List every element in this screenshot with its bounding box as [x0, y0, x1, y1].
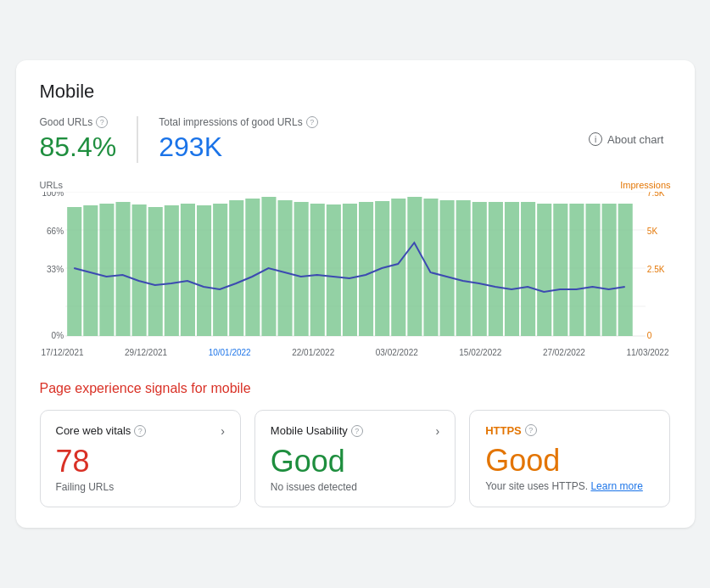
- good-urls-metric: Good URLs ? 85.4%: [40, 116, 137, 163]
- x-label-1: 29/12/2021: [125, 348, 167, 357]
- mobile-usability-chevron[interactable]: ›: [435, 424, 439, 438]
- svg-rect-15: [229, 200, 243, 336]
- metrics-row: Good URLs ? 85.4% Total impressions of g…: [40, 116, 671, 163]
- svg-rect-23: [359, 202, 373, 336]
- y-axis-right-label: Impressions: [620, 180, 670, 190]
- svg-rect-29: [456, 200, 470, 336]
- mobile-usability-help-icon: ?: [351, 425, 363, 437]
- chart-svg: 100% 66% 33% 0% 7.5K 5K 2.5K 0: [40, 192, 671, 344]
- svg-rect-39: [618, 204, 632, 336]
- svg-rect-25: [391, 199, 405, 336]
- https-card: HTTPS ? Good Your site uses HTTPS. Learn…: [469, 410, 670, 508]
- svg-rect-37: [585, 204, 600, 336]
- svg-rect-21: [326, 204, 340, 336]
- y-axis-left-label: URLs: [40, 180, 64, 190]
- impressions-label: Total impressions of good URLs ?: [159, 116, 317, 128]
- impressions-help-icon: ?: [306, 116, 318, 128]
- svg-rect-36: [569, 204, 584, 336]
- core-web-vitals-value: 78: [56, 445, 225, 479]
- impressions-metric: Total impressions of good URLs ? 293K: [137, 116, 338, 163]
- svg-text:0: 0: [646, 331, 651, 340]
- svg-rect-9: [131, 204, 146, 336]
- good-urls-value: 85.4%: [40, 132, 117, 163]
- svg-rect-13: [196, 205, 210, 336]
- https-value: Good: [485, 444, 654, 478]
- svg-rect-16: [245, 199, 260, 336]
- svg-rect-27: [423, 199, 438, 336]
- svg-rect-30: [472, 202, 486, 336]
- svg-text:7.5K: 7.5K: [646, 192, 664, 198]
- svg-rect-7: [99, 204, 114, 336]
- svg-rect-34: [537, 204, 551, 336]
- svg-rect-12: [180, 204, 194, 336]
- about-chart-button[interactable]: i About chart: [582, 116, 671, 163]
- impressions-value: 293K: [159, 132, 317, 163]
- signals-grid: Core web vitals ? › 78 Failing URLs Mobi…: [40, 410, 671, 508]
- svg-rect-35: [553, 204, 567, 336]
- mobile-usability-title: Mobile Usability ? ›: [271, 424, 439, 438]
- svg-rect-17: [261, 197, 276, 336]
- core-web-vitals-chevron[interactable]: ›: [221, 424, 225, 438]
- svg-text:66%: 66%: [47, 227, 64, 236]
- info-icon: i: [589, 132, 602, 146]
- x-axis-labels: 17/12/2021 29/12/2021 10/01/2022 22/01/2…: [40, 348, 671, 357]
- svg-rect-11: [164, 205, 178, 336]
- x-label-6: 27/02/2022: [543, 348, 585, 357]
- svg-text:2.5K: 2.5K: [646, 265, 664, 274]
- svg-rect-8: [115, 202, 130, 336]
- svg-rect-22: [342, 204, 356, 336]
- x-label-0: 17/12/2021: [42, 348, 84, 357]
- x-label-4: 03/02/2022: [376, 348, 418, 357]
- svg-rect-26: [407, 197, 422, 336]
- main-card: Mobile Good URLs ? 85.4% Total impressio…: [16, 60, 695, 529]
- signals-section: Page experience signals for mobile Core …: [40, 381, 671, 508]
- svg-rect-33: [521, 202, 535, 336]
- core-web-vitals-title: Core web vitals ? ›: [56, 424, 225, 438]
- svg-rect-38: [601, 204, 616, 336]
- svg-text:100%: 100%: [42, 192, 64, 198]
- svg-rect-10: [148, 207, 162, 336]
- https-learn-more-link[interactable]: Learn more: [590, 480, 642, 492]
- svg-rect-20: [310, 204, 324, 336]
- https-title: HTTPS ?: [485, 424, 654, 437]
- x-label-2: 10/01/2022: [209, 348, 251, 357]
- svg-text:0%: 0%: [51, 331, 64, 340]
- x-label-7: 11/03/2022: [626, 348, 668, 357]
- good-urls-help-icon: ?: [96, 116, 108, 128]
- https-sub: Your site uses HTTPS. Learn more: [485, 480, 654, 492]
- svg-rect-5: [67, 207, 81, 336]
- svg-rect-19: [294, 202, 308, 336]
- svg-rect-28: [439, 200, 454, 336]
- x-label-5: 15/02/2022: [459, 348, 501, 357]
- svg-text:33%: 33%: [47, 265, 64, 274]
- svg-text:5K: 5K: [646, 227, 657, 236]
- https-help-icon: ?: [525, 424, 537, 436]
- chart-container: URLs Impressions: [40, 180, 671, 357]
- core-web-vitals-help-icon: ?: [134, 425, 146, 437]
- page-title: Mobile: [40, 81, 95, 103]
- x-label-3: 22/01/2022: [292, 348, 334, 357]
- svg-rect-31: [488, 202, 502, 336]
- chart-area: 100% 66% 33% 0% 7.5K 5K 2.5K 0: [40, 192, 671, 344]
- mobile-usability-sub: No issues detected: [271, 481, 439, 493]
- core-web-vitals-card: Core web vitals ? › 78 Failing URLs: [40, 410, 241, 508]
- signals-section-title: Page experience signals for mobile: [40, 381, 671, 396]
- good-urls-label: Good URLs ?: [40, 116, 117, 128]
- mobile-usability-card: Mobile Usability ? › Good No issues dete…: [254, 410, 456, 508]
- svg-rect-18: [277, 200, 292, 336]
- core-web-vitals-sub: Failing URLs: [56, 481, 225, 493]
- mobile-usability-value: Good: [271, 445, 439, 479]
- svg-rect-32: [504, 202, 518, 336]
- svg-rect-14: [213, 204, 227, 336]
